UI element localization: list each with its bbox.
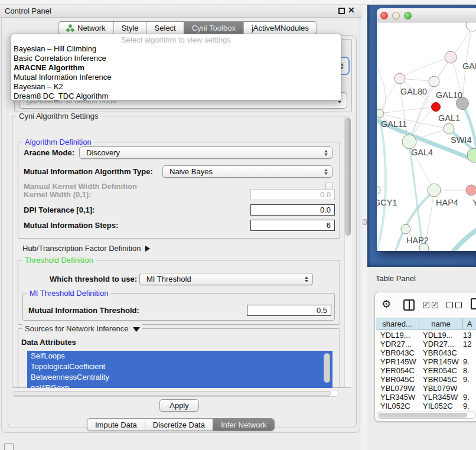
node-hap2[interactable] <box>401 224 410 234</box>
which-threshold-select[interactable]: MI Threshold <box>139 273 313 285</box>
hub-section-toggle[interactable]: Hub/Transcription Factor Definition <box>22 244 150 253</box>
tab-jactivemnodules[interactable]: jActiveMNodules <box>243 22 317 34</box>
sources-group-label: Sources for Network Inference <box>25 324 129 333</box>
cell-value: 9. <box>461 393 476 402</box>
deselect-all-icon[interactable] <box>446 302 453 308</box>
window-top-strip <box>0 0 476 5</box>
panel-splitter[interactable] <box>361 5 367 450</box>
table-row[interactable]: YDR27... YDR27... 12 <box>376 340 476 348</box>
gear-icon[interactable] <box>382 299 391 309</box>
settings-hscrollbar-thumb[interactable] <box>12 391 331 396</box>
table-hscrollbar-thumb[interactable] <box>379 413 467 418</box>
tab-select-label: Select <box>155 24 176 32</box>
tab-network-label: Network <box>77 24 106 32</box>
node-gal-top[interactable] <box>445 51 457 63</box>
cell-shared-name: YDL19... <box>376 331 418 340</box>
tab-network[interactable]: Network <box>58 22 113 34</box>
cell-name: YBR045C <box>418 375 461 384</box>
column-header-name[interactable]: name <box>419 318 463 330</box>
split-view-icon[interactable] <box>403 299 415 311</box>
tab-cyni-toolbox-label: Cyni Toolbox <box>192 24 236 32</box>
cell-shared-name: YLR345W <box>376 393 418 402</box>
node-gal80[interactable] <box>395 73 405 84</box>
cell-value: 9. <box>461 402 476 410</box>
tab-impute-data-label: Impute Data <box>95 420 137 429</box>
new-file-icon[interactable] <box>471 298 476 309</box>
attribute-item-topologicalcoefficient[interactable]: TopologicalCoefficient <box>27 361 332 372</box>
dpi-tolerance-input[interactable]: 0.0 <box>250 204 335 216</box>
attribute-item-gal4rgexp[interactable]: gal4RGexp <box>27 383 332 388</box>
table-row[interactable]: YBR043C YBR043C <box>376 348 476 357</box>
table-row[interactable]: YDL19... YDL19... 13 <box>376 331 476 340</box>
apply-button[interactable]: Apply <box>159 399 199 412</box>
tab-discretize-data-label: Discretize Data <box>153 420 205 429</box>
tab-select[interactable]: Select <box>146 22 184 34</box>
tab-cyni-toolbox[interactable]: Cyni Toolbox <box>184 22 243 34</box>
mi-type-arrows-icon <box>324 169 328 175</box>
table-row[interactable]: YER054C YER054C 8. <box>376 366 476 375</box>
kernel-width-input[interactable]: 0.0 <box>250 189 335 200</box>
mi-threshold-input[interactable]: 0.5 <box>247 305 331 316</box>
node-pink-right[interactable] <box>466 185 476 195</box>
node-gal11[interactable] <box>377 109 384 118</box>
threshold-definition-label: Threshold Definition <box>22 256 96 265</box>
attribute-item-betweennesscentrality[interactable]: BetweennessCentrality <box>27 372 332 383</box>
mi-steps-input[interactable]: 6 <box>250 220 335 231</box>
table-row[interactable]: YBL079W YBL079W <box>376 384 476 393</box>
tab-style[interactable]: Style <box>113 22 146 34</box>
popup-item-dream8[interactable]: Dream8 DC_TDC Algorithm <box>11 92 341 101</box>
tab-discretize-data[interactable]: Discretize Data <box>145 419 213 431</box>
table-row[interactable]: YPR145W YPR145W 9. <box>376 357 476 366</box>
splitter-grip-icon[interactable] <box>363 219 367 225</box>
mac-minimize-button[interactable] <box>392 12 400 19</box>
popup-item-mutual-information[interactable]: Mutual Information Inference <box>11 73 341 82</box>
table-row[interactable]: YBR045C YBR045C 9. <box>376 375 476 384</box>
column-header-clipped[interactable]: A <box>463 318 476 330</box>
deselect-all-icon-2[interactable] <box>455 302 462 308</box>
node-hap4[interactable] <box>428 184 441 197</box>
mac-close-button[interactable] <box>380 12 388 19</box>
mi-steps-label: Mutual Information Steps: <box>24 221 118 230</box>
cell-value: 13 <box>461 331 476 340</box>
node-gcy1[interactable] <box>377 186 380 194</box>
mi-type-select[interactable]: Naive Bayes <box>162 165 332 178</box>
close-icon[interactable] <box>348 5 356 16</box>
node-red-selected[interactable] <box>432 103 441 112</box>
tab-infer-network[interactable]: Infer Network <box>213 419 274 431</box>
node-swi4[interactable] <box>467 148 476 162</box>
select-all-icon-2[interactable] <box>432 302 438 308</box>
network-icon <box>66 24 74 32</box>
cell-name: YDL19... <box>418 331 461 340</box>
network-canvas[interactable]: GAL GAL80 GAL10 GAL1 GAL11 SWI4 GAL4 GCY… <box>377 22 476 251</box>
popup-item-basic-correlation[interactable]: Basic Correlation Inference <box>11 54 341 63</box>
attributes-scrollbar-thumb[interactable] <box>324 353 330 383</box>
control-panel-titlebar: Control Panel <box>0 5 361 18</box>
settings-scrollbar-thumb[interactable] <box>345 118 351 236</box>
node-unlabeled-top[interactable] <box>466 22 476 31</box>
aracne-mode-select[interactable]: Discovery <box>79 146 332 159</box>
tab-style-label: Style <box>122 24 139 32</box>
network-window-titlebar[interactable] <box>377 8 476 22</box>
label-gal1: GAL1 <box>438 113 460 123</box>
cell-name: YDR27... <box>418 340 461 348</box>
popup-item-bayesian-hill-climbing[interactable]: Bayesian – Hill Climbing <box>11 44 341 54</box>
dock-panel-icon[interactable] <box>4 443 14 450</box>
table-row[interactable]: YLR345W YLR345W 9. <box>376 393 476 402</box>
column-header-shared-name[interactable]: shared... <box>376 318 419 330</box>
node-gal1[interactable] <box>444 123 454 134</box>
sources-group-toggle[interactable]: Sources for Network Inference <box>22 324 142 333</box>
float-window-icon[interactable] <box>338 8 345 14</box>
node-gal4[interactable] <box>402 135 416 149</box>
node-gal10[interactable] <box>429 76 439 87</box>
popup-item-aracne[interactable]: ARACNE Algorithm <box>11 63 341 73</box>
select-all-icon[interactable] <box>423 302 429 308</box>
mac-zoom-button[interactable] <box>404 12 412 19</box>
table-row[interactable]: YIL052C YIL052C 9. <box>376 402 476 410</box>
tab-impute-data[interactable]: Impute Data <box>87 419 145 431</box>
mi-threshold-label: Mutual Information Threshold: <box>28 306 139 315</box>
label-gal80: GAL80 <box>400 87 427 96</box>
apply-button-label: Apply <box>169 401 189 410</box>
attribute-item-selfloops[interactable]: SelfLoops <box>27 351 332 361</box>
cell-value: 12 <box>461 340 476 348</box>
popup-item-bayesian-k2[interactable]: Bayesian – K2 <box>11 82 341 92</box>
